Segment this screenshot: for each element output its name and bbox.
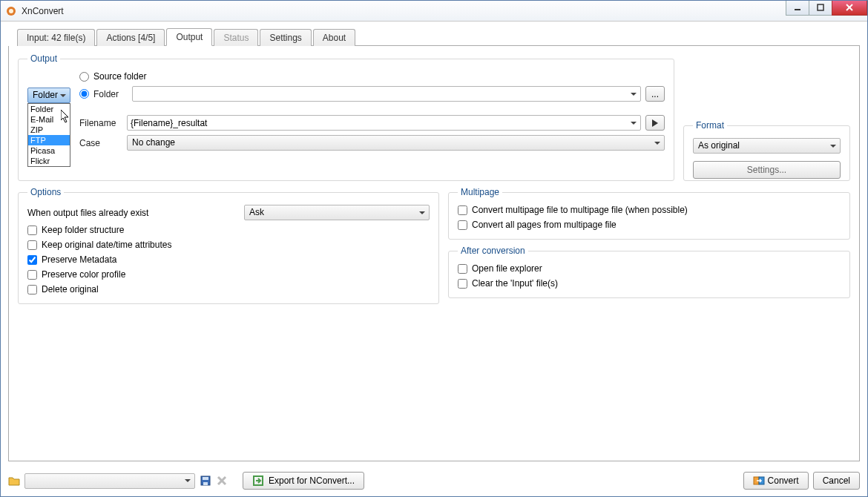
output-panel: Output Folder Folder E-Mail ZIP bbox=[8, 46, 860, 461]
exists-label: When output files already exist bbox=[27, 208, 238, 218]
output-legend: Output bbox=[27, 53, 60, 64]
destination-dropdown-list: Folder E-Mail ZIP FTP Picasa Flickr bbox=[27, 103, 70, 167]
filename-label: Filename bbox=[79, 118, 121, 128]
convert-label: Convert bbox=[768, 475, 799, 486]
main-tabs: Input: 42 file(s) Actions [4/5] Output S… bbox=[17, 27, 860, 46]
export-label: Export for NConvert... bbox=[269, 475, 355, 486]
multipage-group: Multipage Convert multipage file to mult… bbox=[448, 187, 850, 240]
multipage-legend: Multipage bbox=[458, 187, 502, 197]
save-preset-icon[interactable] bbox=[200, 475, 211, 487]
tab-output[interactable]: Output bbox=[166, 28, 212, 46]
destination-select[interactable]: Folder bbox=[27, 88, 70, 103]
tab-about[interactable]: About bbox=[313, 29, 355, 46]
output-group: Output Folder Folder E-Mail ZIP bbox=[18, 53, 674, 181]
window-title: XnConvert bbox=[22, 6, 786, 16]
delete-original-label: Delete original bbox=[42, 284, 99, 294]
format-select[interactable]: As original bbox=[693, 138, 841, 154]
export-nconvert-button[interactable]: Export for NConvert... bbox=[243, 472, 364, 490]
keep-folder-label: Keep folder structure bbox=[42, 225, 124, 235]
content-area: Input: 42 file(s) Actions [4/5] Output S… bbox=[1, 22, 867, 465]
svg-rect-8 bbox=[203, 482, 208, 485]
window-controls bbox=[786, 1, 867, 16]
convert-button[interactable]: Convert bbox=[743, 472, 809, 490]
preserve-color-checkbox[interactable] bbox=[27, 270, 37, 280]
dest-option-flickr[interactable]: Flickr bbox=[28, 156, 70, 166]
dest-option-folder[interactable]: Folder bbox=[28, 104, 70, 114]
folder-radio[interactable] bbox=[79, 89, 89, 99]
format-legend: Format bbox=[693, 120, 727, 131]
dest-option-zip[interactable]: ZIP bbox=[28, 125, 70, 135]
folder-path-input[interactable] bbox=[132, 86, 641, 102]
minimize-button[interactable] bbox=[786, 1, 809, 16]
svg-rect-7 bbox=[203, 477, 208, 480]
case-label: Case bbox=[79, 138, 121, 148]
after-legend: After conversion bbox=[458, 246, 528, 256]
delete-original-checkbox[interactable] bbox=[27, 285, 37, 294]
delete-preset-icon[interactable] bbox=[216, 475, 228, 487]
keep-folder-checkbox[interactable] bbox=[27, 226, 37, 235]
case-select[interactable]: No change bbox=[127, 135, 665, 151]
browse-button[interactable]: ... bbox=[645, 86, 665, 102]
format-settings-button[interactable]: Settings... bbox=[693, 161, 841, 179]
folder-label: Folder bbox=[93, 89, 126, 99]
svg-point-1 bbox=[9, 9, 13, 13]
tab-status[interactable]: Status bbox=[214, 29, 258, 46]
convert-all-pages-label: Convert all pages from multipage file bbox=[472, 220, 617, 230]
source-folder-radio[interactable] bbox=[79, 72, 89, 82]
clear-input-label: Clear the 'Input' file(s) bbox=[472, 278, 558, 289]
app-icon bbox=[5, 5, 17, 17]
convert-all-pages-checkbox[interactable] bbox=[458, 220, 467, 230]
maximize-button[interactable] bbox=[809, 1, 832, 16]
destination-select-wrap: Folder Folder E-Mail ZIP FTP Picasa Flic… bbox=[27, 71, 79, 103]
convert-multipage-checkbox[interactable] bbox=[458, 205, 467, 215]
source-folder-label: Source folder bbox=[93, 71, 146, 82]
options-legend: Options bbox=[27, 187, 64, 197]
format-group: Format As original Settings... bbox=[683, 120, 850, 181]
keep-date-checkbox[interactable] bbox=[27, 240, 37, 250]
svg-rect-3 bbox=[818, 4, 823, 10]
clear-input-checkbox[interactable] bbox=[458, 279, 467, 289]
titlebar: XnConvert bbox=[1, 1, 867, 22]
open-explorer-checkbox[interactable] bbox=[458, 264, 467, 274]
bottom-bar: Export for NConvert... Convert Cancel bbox=[1, 465, 867, 496]
exists-select[interactable]: Ask bbox=[244, 205, 430, 220]
filename-input[interactable] bbox=[127, 115, 641, 131]
after-conversion-group: After conversion Open file explorer Clea… bbox=[448, 246, 850, 298]
convert-icon bbox=[753, 475, 765, 487]
tab-actions[interactable]: Actions [4/5] bbox=[96, 29, 165, 46]
open-explorer-label: Open file explorer bbox=[472, 263, 542, 274]
preserve-meta-label: Preserve Metadata bbox=[42, 254, 116, 265]
play-icon bbox=[651, 119, 659, 127]
dest-option-picasa[interactable]: Picasa bbox=[28, 145, 70, 156]
dest-option-email[interactable]: E-Mail bbox=[28, 114, 70, 125]
options-group: Options When output files already exist … bbox=[18, 187, 439, 304]
filename-vars-button[interactable] bbox=[645, 115, 665, 131]
dest-option-ftp[interactable]: FTP bbox=[28, 135, 70, 145]
preset-select[interactable] bbox=[24, 473, 195, 489]
open-preset-icon[interactable] bbox=[8, 475, 20, 487]
convert-multipage-label: Convert multipage file to multipage file… bbox=[472, 205, 688, 215]
preserve-color-label: Preserve color profile bbox=[42, 269, 125, 280]
close-button[interactable] bbox=[832, 1, 867, 16]
keep-date-label: Keep original date/time attributes bbox=[42, 240, 171, 250]
preserve-meta-checkbox[interactable] bbox=[27, 255, 37, 265]
tab-settings[interactable]: Settings bbox=[260, 29, 311, 46]
export-icon bbox=[252, 475, 264, 487]
app-window: XnConvert Input: 42 file(s) Actions [4/5… bbox=[0, 0, 868, 497]
tab-input[interactable]: Input: 42 file(s) bbox=[17, 29, 95, 46]
cancel-button[interactable]: Cancel bbox=[813, 472, 860, 490]
